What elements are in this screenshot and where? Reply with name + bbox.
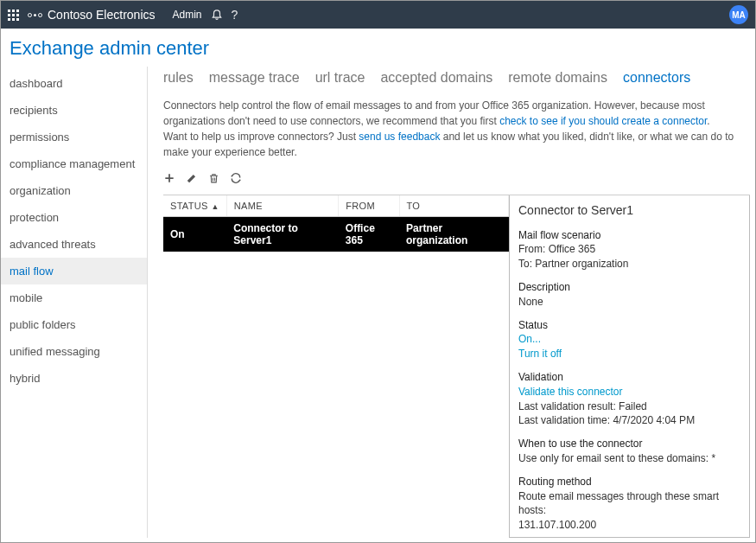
user-avatar[interactable]: MA	[729, 5, 748, 24]
sidebar-item-recipients[interactable]: recipients	[1, 97, 147, 124]
routing-desc: Route email messages through these smart…	[518, 489, 740, 519]
global-header: Contoso Electronics Admin ? MA	[1, 1, 755, 29]
org-name-text: Contoso Electronics	[48, 8, 156, 22]
help-1b: .	[707, 115, 709, 127]
tab-message-trace[interactable]: message trace	[209, 70, 300, 86]
tab-accepted-domains[interactable]: accepted domains	[380, 70, 492, 86]
sidebar-item-mail-flow[interactable]: mail flow	[1, 258, 147, 284]
cell-name: Connector to Server1	[226, 217, 339, 252]
help-2a: Want to help us improve connectors? Just	[163, 131, 359, 143]
add-button[interactable]	[163, 172, 175, 188]
section-routing: Routing method Route email messages thro…	[518, 475, 740, 533]
link-send-feedback[interactable]: send us feedback	[359, 131, 440, 143]
tab-remote-domains[interactable]: remote domains	[508, 70, 607, 86]
sort-asc-icon: ▲	[212, 202, 219, 211]
validate-link[interactable]: Validate this connector	[518, 386, 623, 398]
validation-result: Last validation result: Failed	[518, 399, 740, 414]
org-name: Contoso Electronics	[28, 8, 156, 22]
section-scenario: Mail flow scenario From: Office 365 To: …	[518, 228, 740, 272]
tab-rules[interactable]: rules	[163, 70, 194, 86]
sidebar-item-hybrid[interactable]: hybrid	[1, 365, 147, 392]
sidebar-item-mobile[interactable]: mobile	[1, 284, 147, 311]
edit-button[interactable]	[186, 172, 198, 188]
sidebar-item-advanced-threats[interactable]: advanced threats	[1, 231, 147, 258]
description-value: None	[518, 295, 740, 310]
validation-time: Last validation time: 4/7/2020 4:04 PM	[518, 413, 740, 428]
details-pane: Connector to Server1 Mail flow scenario …	[509, 195, 750, 538]
details-title: Connector to Server1	[518, 202, 740, 220]
bell-icon[interactable]	[211, 8, 223, 22]
tab-url-trace[interactable]: url trace	[315, 70, 365, 86]
section-validation: Validation Validate this connector Last …	[518, 370, 740, 428]
scenario-to: To: Partner organization	[518, 257, 740, 272]
help-icon[interactable]: ?	[232, 8, 238, 22]
refresh-button[interactable]	[230, 172, 242, 188]
scenario-from: From: Office 365	[518, 242, 740, 257]
whentouse-value: Use only for email sent to these domains…	[518, 451, 740, 466]
tab-connectors[interactable]: connectors	[623, 70, 690, 86]
left-nav: dashboard recipients permissions complia…	[1, 67, 148, 538]
turn-off-link[interactable]: Turn it off	[518, 348, 562, 360]
main-content: rules message trace url trace accepted d…	[148, 67, 755, 538]
col-name[interactable]: NAME	[226, 195, 339, 217]
tabs-bar: rules message trace url trace accepted d…	[163, 70, 750, 86]
cell-status: On	[163, 217, 226, 252]
connectors-table: STATUS▲ NAME FROM TO On Connector to Ser…	[163, 195, 509, 538]
section-status: Status On... Turn it off	[518, 318, 740, 361]
routing-label: Routing method	[518, 475, 740, 489]
routing-host: 131.107.100.200	[518, 518, 740, 533]
description-label: Description	[518, 280, 740, 295]
section-whentouse: When to use the connector Use only for e…	[518, 437, 740, 466]
sidebar-item-protection[interactable]: protection	[1, 204, 147, 231]
cell-from: Office 365	[339, 217, 399, 252]
col-from[interactable]: FROM	[339, 195, 399, 217]
sidebar-item-organization[interactable]: organization	[1, 177, 147, 204]
whentouse-label: When to use the connector	[518, 437, 740, 451]
org-logo-icon	[28, 13, 42, 17]
validation-label: Validation	[518, 370, 740, 385]
page-title: Exchange admin center	[1, 29, 755, 67]
scenario-label: Mail flow scenario	[518, 228, 740, 243]
section-description: Description None	[518, 280, 740, 310]
cell-to: Partner organization	[399, 217, 508, 252]
status-value-link[interactable]: On...	[518, 333, 541, 345]
table-row[interactable]: On Connector to Server1 Office 365 Partn…	[163, 217, 509, 252]
sidebar-item-dashboard[interactable]: dashboard	[1, 70, 147, 97]
delete-button[interactable]	[208, 172, 219, 188]
role-label: Admin	[173, 9, 202, 21]
help-text: Connectors help control the flow of emai…	[163, 98, 750, 160]
connectors-panel: STATUS▲ NAME FROM TO On Connector to Ser…	[163, 195, 750, 538]
sidebar-item-compliance[interactable]: compliance management	[1, 150, 147, 177]
status-label: Status	[518, 318, 740, 333]
col-status[interactable]: STATUS▲	[163, 195, 226, 217]
sidebar-item-permissions[interactable]: permissions	[1, 124, 147, 150]
link-check-connector[interactable]: check to see if you should create a conn…	[499, 115, 707, 127]
sidebar-item-public-folders[interactable]: public folders	[1, 311, 147, 338]
sidebar-item-unified-messaging[interactable]: unified messaging	[1, 338, 147, 365]
col-to[interactable]: TO	[399, 195, 508, 217]
toolbar	[163, 172, 750, 188]
app-launcher-icon[interactable]	[8, 10, 19, 21]
